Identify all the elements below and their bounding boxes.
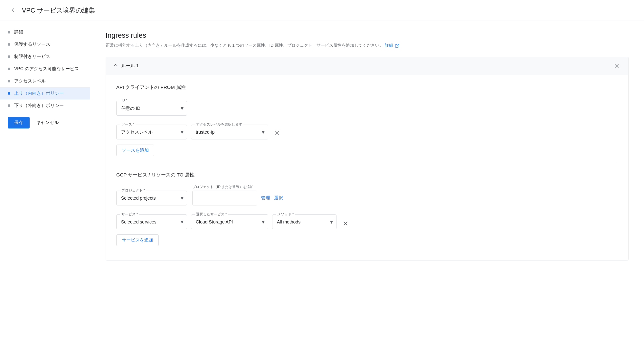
project-add-input[interactable] [193,191,257,205]
project-add-label: プロジェクト（ID または番号）を追加 [192,185,283,189]
sidebar-label: 下り（外向き）ポリシー [14,103,64,109]
remove-source-button[interactable] [272,127,282,139]
sidebar-label: 制限付きサービス [14,54,50,60]
rule-header-left: ルール 1 [112,62,139,70]
method-field-group: メソッド * All methods ▾ [272,214,336,229]
sidebar-label: 詳細 [14,29,23,35]
rule-body: API クライアントの FROM 属性 ID * 任意の ID ▾ [106,75,628,260]
sidebar-item-access-level[interactable]: アクセスレベル [0,75,90,87]
sidebar-item-protected-resources[interactable]: 保護するリソース [0,38,90,51]
sidebar-item-details[interactable]: 詳細 [0,26,90,38]
section-divider [116,164,618,164]
header: VPC サービス境界の編集 [0,0,644,21]
sidebar-dot [8,80,10,82]
detail-link[interactable]: 詳細 [385,43,393,48]
id-select-wrapper: 任意の ID ▾ [116,101,187,116]
service-field-label: サービス * [120,212,139,217]
sidebar: 詳細 保護するリソース 制限付きサービス VPC のアクセス可能なサービス アク… [0,21,90,360]
manage-link[interactable]: 管理 [261,195,270,201]
rule-title: ルール 1 [121,63,139,69]
rule-header: ルール 1 [106,57,628,75]
page-title: VPC サービス境界の編集 [22,6,95,15]
project-add-input-row: 管理 選択 [192,191,283,205]
id-field-label: ID * [120,98,128,102]
selected-service-select[interactable]: Cloud Storage API [191,215,268,229]
source-select[interactable]: アクセスレベル [117,125,187,139]
external-link-icon [395,43,399,48]
sidebar-label: VPC のアクセス可能なサービス [14,66,79,72]
sidebar-dot [8,68,10,70]
sidebar-dot [8,31,10,33]
project-add-group: プロジェクト（ID または番号）を追加 管理 選択 [192,185,283,205]
layout: 詳細 保護するリソース 制限付きサービス VPC のアクセス可能なサービス アク… [0,21,644,360]
back-button[interactable] [8,5,18,15]
sidebar-label: 上り（内向き）ポリシー [14,90,64,96]
service-select[interactable]: Selected services [117,215,187,229]
sidebar-item-egress-policy[interactable]: 下り（外向き）ポリシー [0,99,90,112]
project-select[interactable]: Selected projects [117,191,187,205]
section-title: Ingress rules [106,31,629,40]
section-description: 正常に機能する上り（内向き）ルールを作成するには、少なくとも 1 つのソース属性… [106,42,629,49]
save-button[interactable]: 保存 [8,117,30,128]
chevron-up-icon[interactable] [112,62,119,70]
remove-service-button[interactable] [340,218,351,229]
from-section: API クライアントの FROM 属性 ID * 任意の ID ▾ [116,84,618,156]
sidebar-footer: 保存 キャンセル [0,112,90,134]
selected-service-field-group: 選択したサービス * Cloud Storage API ▾ [191,214,268,229]
service-row: サービス * Selected services ▾ 選択したサービス * [116,211,618,229]
sidebar-label: アクセスレベル [14,78,46,84]
rule-close-button[interactable] [611,61,622,71]
project-add-input-wrapper [192,191,257,205]
sidebar-item-vpc-accessible[interactable]: VPC のアクセス可能なサービス [0,63,90,75]
sidebar-dot [8,43,10,46]
sidebar-dot [8,104,10,107]
source-field-label: ソース * [120,122,136,127]
method-select[interactable]: All methods [272,215,336,229]
add-service-row: サービスを追加 [116,234,618,246]
from-section-title: API クライアントの FROM 属性 [116,84,618,90]
id-row: ID * 任意の ID ▾ [116,97,618,116]
sidebar-dot [8,55,10,58]
project-field-label: プロジェクト * [120,188,146,193]
source-field-group: ソース * アクセスレベル ▾ [116,125,187,139]
id-field-group: ID * 任意の ID ▾ [116,101,187,116]
sidebar-item-ingress-policy[interactable]: 上り（内向き）ポリシー [0,87,90,99]
svg-line-0 [397,44,399,46]
sidebar-label: 保護するリソース [14,42,50,47]
project-links: 管理 選択 [261,195,283,201]
add-service-button[interactable]: サービスを追加 [116,234,159,246]
main-content: Ingress rules 正常に機能する上り（内向き）ルールを作成するには、少… [90,21,644,360]
access-level-select[interactable]: trusted-ip [191,125,268,139]
rule-card: ルール 1 API クライアントの FROM 属性 [106,57,629,261]
service-field-group: サービス * Selected services ▾ [116,214,187,229]
to-section: GCP サービス / リソースの TO 属性 プロジェクト * Selected… [116,172,618,246]
add-source-row: ソースを追加 [116,145,618,156]
source-row: ソース * アクセスレベル ▾ アクセスレベルを選択します [116,121,618,139]
id-select[interactable]: 任意の ID [117,101,187,115]
add-source-button[interactable]: ソースを追加 [116,145,154,156]
sidebar-item-restricted-services[interactable]: 制限付きサービス [0,51,90,63]
sidebar-dot-active [8,92,10,95]
to-section-title: GCP サービス / リソースの TO 属性 [116,172,618,178]
access-level-field-group: アクセスレベルを選択します trusted-ip ▾ [191,125,268,139]
project-field-group: プロジェクト * Selected projects ▾ [116,191,187,205]
select-link[interactable]: 選択 [274,195,283,201]
project-row: プロジェクト * Selected projects ▾ プロジェクト（ID ま… [116,185,618,205]
method-field-label: メソッド * [276,212,295,217]
access-level-label: アクセスレベルを選択します [195,122,243,127]
cancel-button[interactable]: キャンセル [35,117,60,128]
selected-service-label: 選択したサービス * [195,212,228,217]
